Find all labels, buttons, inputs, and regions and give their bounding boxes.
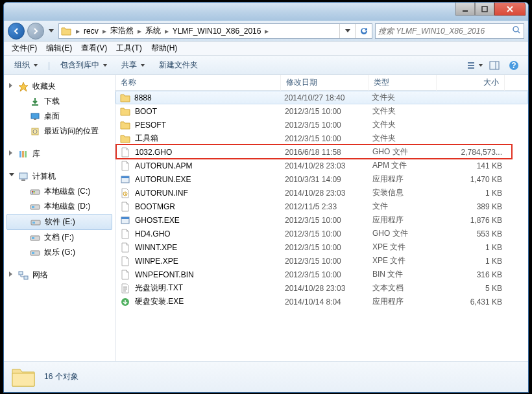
content-pane: 名称 修改日期 类型 大小 88882014/10/27 18:40文件夹BOO… — [115, 75, 528, 361]
column-size[interactable]: 大小 — [437, 75, 505, 91]
file-row[interactable]: BOOT2012/3/15 10:00文件夹 — [115, 104, 528, 118]
drive-icon — [30, 248, 40, 258]
file-row[interactable]: AUTORUN.APM2014/10/28 23:03APM 文件141 KB — [115, 159, 528, 172]
file-row[interactable]: BOOTMGR2012/11/5 2:33文件389 KB — [115, 200, 528, 213]
file-date: 2012/3/15 10:00 — [285, 257, 372, 266]
menubar: 文件(F)编辑(E)查看(V)工具(T)帮助(H) — [4, 41, 528, 56]
svg-text:?: ? — [511, 61, 516, 70]
folder-icon — [60, 25, 72, 37]
breadcrumb-segment[interactable]: 宋浩然 — [108, 25, 136, 36]
file-icon — [119, 201, 131, 213]
sidebar-item[interactable]: 软件 (E:) — [6, 214, 112, 230]
file-type: 文件夹 — [372, 92, 440, 103]
file-size: 141 KB — [441, 161, 502, 170]
file-name: 1032.GHO — [135, 148, 285, 157]
menu-item[interactable]: 文件(F) — [8, 41, 41, 55]
group-icon — [18, 270, 29, 281]
group-icon — [18, 149, 29, 159]
status-count: 16 个对象 — [44, 371, 79, 382]
share-button[interactable]: 共享 — [116, 58, 150, 73]
file-row[interactable]: 光盘说明.TXT2014/10/28 23:03文本文档5 KB — [115, 281, 528, 295]
sidebar-group-header[interactable]: 库 — [4, 146, 115, 161]
svg-rect-19 — [22, 151, 24, 157]
organize-button[interactable]: 组织 — [9, 58, 43, 73]
sidebar-item[interactable]: 最近访问的位置 — [4, 124, 115, 139]
breadcrumb-segment[interactable]: recv — [81, 27, 101, 36]
file-row[interactable]: WINNT.XPE2012/3/15 10:00XPE 文件1 KB — [115, 240, 528, 254]
file-name: BOOTMGR — [135, 202, 285, 211]
help-button[interactable]: ? — [505, 58, 523, 73]
breadcrumb-box[interactable]: ▸recv▸宋浩然▸系统▸YLMF_WIN10_X86_2016▸ — [58, 23, 372, 39]
sidebar: 收藏夹下载桌面最近访问的位置库计算机本地磁盘 (C:)本地磁盘 (D:)软件 (… — [4, 75, 115, 361]
file-row[interactable]: WINPE.XPE2012/3/15 10:00XPE 文件1 KB — [115, 254, 528, 268]
column-date[interactable]: 修改日期 — [281, 75, 369, 91]
sidebar-item[interactable]: 文档 (F:) — [4, 230, 115, 245]
sidebar-item[interactable]: 本地磁盘 (C:) — [4, 184, 115, 199]
file-row[interactable]: 工具箱2012/3/15 10:00文件夹 — [115, 132, 528, 145]
menu-item[interactable]: 查看(V) — [77, 41, 111, 55]
menu-item[interactable]: 帮助(H) — [147, 41, 182, 55]
group-icon — [18, 82, 29, 92]
file-type: GHO 文件 — [372, 228, 441, 239]
back-button[interactable] — [8, 23, 25, 40]
column-type[interactable]: 类型 — [369, 75, 437, 91]
file-date: 2012/3/15 10:00 — [285, 216, 372, 225]
titlebar[interactable] — [4, 3, 528, 21]
sidebar-item[interactable]: 桌面 — [4, 109, 115, 124]
preview-pane-button[interactable] — [485, 58, 503, 73]
menu-item[interactable]: 编辑(E) — [42, 41, 76, 55]
drive-icon — [30, 233, 40, 243]
menu-item[interactable]: 工具(T) — [112, 41, 145, 55]
sidebar-item[interactable]: 娱乐 (G:) — [4, 245, 115, 260]
file-name: 8888 — [134, 93, 284, 102]
column-name[interactable]: 名称 — [115, 75, 281, 91]
folder-icon — [119, 106, 131, 117]
svg-rect-31 — [32, 222, 35, 224]
maximize-button[interactable] — [475, 3, 494, 16]
forward-button[interactable] — [27, 23, 44, 40]
sidebar-group-header[interactable]: 网络 — [4, 268, 115, 283]
file-row[interactable]: PESOFT2012/3/15 10:00文件夹 — [115, 118, 528, 132]
txt-icon — [119, 283, 131, 294]
svg-rect-39 — [121, 176, 129, 178]
file-icon — [119, 269, 131, 281]
sidebar-group-header[interactable]: 计算机 — [4, 169, 115, 184]
search-box[interactable] — [375, 23, 524, 39]
include-library-button[interactable]: 包含到库中 — [55, 58, 112, 73]
file-row[interactable]: AUTORUN.INF2014/10/28 23:03安装信息1 KB — [115, 186, 528, 200]
svg-rect-21 — [19, 173, 27, 179]
file-row[interactable]: GHOST.EXE2012/3/15 10:00应用程序1,876 KB — [115, 213, 528, 227]
sidebar-item[interactable]: 本地磁盘 (D:) — [4, 199, 115, 214]
breadcrumb-segment[interactable]: 系统 — [143, 25, 163, 36]
sidebar-group-header[interactable]: 收藏夹 — [4, 79, 115, 94]
new-folder-button[interactable]: 新建文件夹 — [154, 58, 203, 73]
file-icon — [119, 255, 131, 267]
file-row[interactable]: 硬盘安装.EXE2014/10/14 8:04应用程序6,431 KB — [115, 295, 528, 308]
file-date: 2014/10/27 18:40 — [284, 93, 372, 102]
search-icon[interactable] — [512, 25, 521, 36]
file-name: WINNT.XPE — [135, 243, 285, 252]
nav-history-dropdown[interactable] — [47, 24, 56, 38]
breadcrumb-segment[interactable]: YLMF_WIN10_X86_2016 — [170, 27, 264, 36]
file-row[interactable]: WNPEFONT.BIN2012/3/15 10:00BIN 文件316 KB — [115, 268, 528, 281]
file-name: AUTORUN.EXE — [135, 175, 285, 184]
file-name: AUTORUN.APM — [135, 161, 285, 170]
file-date: 2016/6/18 11:58 — [285, 148, 372, 157]
address-dropdown[interactable] — [339, 24, 355, 38]
svg-rect-29 — [32, 206, 34, 208]
file-list[interactable]: 88882014/10/27 18:40文件夹BOOT2012/3/15 10:… — [115, 91, 528, 361]
view-options-button[interactable] — [466, 58, 484, 73]
minimize-button[interactable] — [455, 3, 475, 16]
file-row[interactable]: 88882014/10/27 18:40文件夹 — [115, 91, 528, 104]
file-row[interactable]: AUTORUN.EXE2010/3/31 14:09应用程序1,470 KB — [115, 172, 528, 186]
file-name: WINPE.XPE — [135, 257, 285, 266]
sidebar-item[interactable]: 下载 — [4, 94, 115, 109]
close-button[interactable] — [494, 3, 526, 16]
file-row[interactable]: 1032.GHO2016/6/18 11:58GHO 文件2,784,573..… — [115, 145, 528, 159]
file-size: 389 KB — [441, 202, 502, 211]
refresh-button[interactable] — [355, 24, 370, 38]
file-row[interactable]: HD4.GHO2012/3/15 10:00GHO 文件553 KB — [115, 227, 528, 240]
column-headers: 名称 修改日期 类型 大小 — [115, 75, 528, 91]
status-bar: 16 个对象 — [4, 361, 528, 392]
search-input[interactable] — [378, 27, 512, 36]
